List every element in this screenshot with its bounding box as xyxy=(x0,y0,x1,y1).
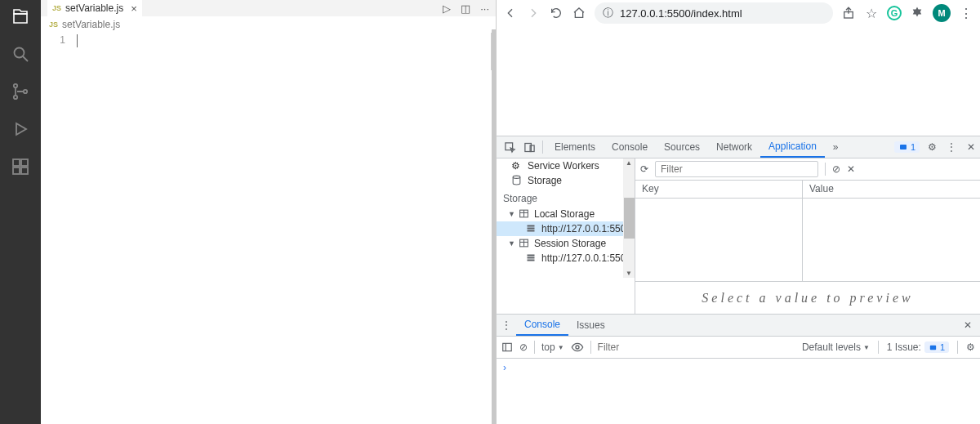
svg-rect-19 xyxy=(528,225,535,227)
reload-button[interactable] xyxy=(549,6,564,20)
close-drawer-icon[interactable]: ✕ xyxy=(960,318,975,333)
chevron-down-icon: ▼ xyxy=(508,210,514,218)
breadcrumb[interactable]: JS setVariable.js xyxy=(41,16,496,33)
clear-all-icon[interactable]: ⊘ xyxy=(832,163,840,175)
storage-table-body[interactable] xyxy=(635,199,980,281)
console-body[interactable]: › xyxy=(497,359,980,424)
console-settings-icon[interactable]: ⚙ xyxy=(966,341,975,353)
extensions-menu-icon[interactable] xyxy=(910,6,924,20)
drawer-menu-icon[interactable]: ⋮ xyxy=(497,315,516,336)
editor-tab[interactable]: JS setVariable.js × xyxy=(47,0,142,16)
scroll-up-icon[interactable]: ▲ xyxy=(626,158,632,167)
gear-icon[interactable]: ⚙ xyxy=(924,140,939,154)
tab-console[interactable]: Console xyxy=(604,136,656,158)
share-icon[interactable] xyxy=(841,6,856,20)
sidebar-item-storage[interactable]: Storage xyxy=(497,173,635,188)
svg-rect-28 xyxy=(503,343,512,350)
tab-sources[interactable]: Sources xyxy=(656,136,708,158)
run-debug-icon[interactable] xyxy=(9,118,32,141)
explorer-icon[interactable] xyxy=(9,5,32,28)
sidebar-label: http://127.0.0.1:5500 xyxy=(541,223,631,234)
editor-scrollbar[interactable] xyxy=(492,29,496,424)
sidebar-label: http://127.0.0.1:5500 xyxy=(541,252,631,264)
clear-console-icon[interactable]: ⊘ xyxy=(519,341,528,353)
forward-button[interactable] xyxy=(526,6,541,20)
split-editor-icon[interactable]: ◫ xyxy=(461,2,470,15)
kebab-icon[interactable]: ⋮ xyxy=(944,140,959,154)
svg-rect-27 xyxy=(528,260,535,261)
sidebar-item-local-storage-origin[interactable]: http://127.0.0.1:5500 xyxy=(497,221,635,236)
device-toolbar-icon[interactable] xyxy=(519,136,539,158)
value-preview-hint: Select a value to preview xyxy=(635,281,980,314)
close-icon[interactable]: × xyxy=(131,2,137,15)
console-filter-input[interactable] xyxy=(598,340,777,355)
sidebar-item-session-storage-origin[interactable]: http://127.0.0.1:5500 xyxy=(497,251,635,266)
svg-rect-26 xyxy=(528,257,535,259)
scroll-thumb[interactable] xyxy=(624,198,635,239)
svg-point-30 xyxy=(576,346,579,349)
bookmark-icon[interactable]: ☆ xyxy=(864,6,879,20)
sidebar-toggle-icon[interactable] xyxy=(501,341,513,353)
drawer-tab-console[interactable]: Console xyxy=(516,315,568,336)
column-value[interactable]: Value xyxy=(803,181,980,198)
sidebar-scrollbar[interactable]: ▲ ▼ xyxy=(623,158,635,278)
tab-network[interactable]: Network xyxy=(708,136,760,158)
context-selector[interactable]: top▼ xyxy=(541,341,564,353)
sidebar-label: Storage xyxy=(528,175,562,186)
delete-selected-icon[interactable]: ✕ xyxy=(847,163,855,175)
vscode-window: JS setVariable.js × ▷ ◫ ··· JS setVariab… xyxy=(0,0,496,424)
issues-count: 1 xyxy=(911,142,915,152)
editor-tabs: JS setVariable.js × ▷ ◫ ··· xyxy=(41,0,496,16)
home-button[interactable] xyxy=(572,6,586,20)
svg-rect-6 xyxy=(13,159,20,166)
svg-rect-25 xyxy=(528,255,535,257)
inspect-element-icon[interactable] xyxy=(500,136,519,158)
run-icon[interactable]: ▷ xyxy=(443,2,451,15)
drawer-tab-issues[interactable]: Issues xyxy=(568,315,613,336)
svg-rect-14 xyxy=(900,145,906,150)
back-button[interactable] xyxy=(503,6,518,20)
log-levels-selector[interactable]: Default levels▼ xyxy=(802,341,870,353)
extensions-icon[interactable] xyxy=(9,155,32,178)
tab-application[interactable]: Application xyxy=(760,136,825,158)
scroll-down-icon[interactable]: ▼ xyxy=(626,269,632,278)
refresh-icon[interactable]: ⟳ xyxy=(640,163,648,175)
filter-input[interactable] xyxy=(655,161,818,177)
storage-toolbar: ⟳ ⊘ ✕ xyxy=(635,158,980,181)
column-key[interactable]: Key xyxy=(635,181,803,198)
svg-rect-31 xyxy=(930,345,936,350)
address-bar[interactable]: ⓘ 127.0.0.1:5500/index.html xyxy=(595,2,833,24)
extension-grammarly-icon[interactable]: G xyxy=(887,6,902,20)
sidebar-section-storage: Storage xyxy=(497,188,635,207)
svg-rect-7 xyxy=(21,159,28,166)
page-viewport[interactable] xyxy=(497,26,980,136)
svg-point-3 xyxy=(14,96,17,99)
devtools-panel: Elements Console Sources Network Applica… xyxy=(497,136,980,424)
source-control-icon[interactable] xyxy=(9,80,32,103)
sidebar-item-session-storage[interactable]: ▼ Session Storage xyxy=(497,236,635,251)
gear-icon: ⚙ xyxy=(511,160,523,172)
chrome-menu-icon[interactable]: ⋮ xyxy=(959,6,973,20)
sidebar-item-local-storage[interactable]: ▼ Local Storage xyxy=(497,207,635,221)
issues-badge[interactable]: 1 xyxy=(894,141,920,153)
more-icon[interactable]: ··· xyxy=(480,2,489,15)
code-text-area[interactable] xyxy=(77,33,496,424)
svg-marker-5 xyxy=(16,123,26,135)
console-prompt-icon: › xyxy=(503,362,506,373)
line-gutter: 1 xyxy=(41,33,77,424)
table-icon xyxy=(519,238,530,249)
tab-elements[interactable]: Elements xyxy=(546,136,604,158)
close-devtools-icon[interactable]: ✕ xyxy=(964,140,978,154)
search-icon[interactable] xyxy=(9,42,32,65)
tab-more[interactable]: » xyxy=(825,136,847,158)
sidebar-item-service-workers[interactable]: ⚙ Service Workers xyxy=(497,158,635,173)
code-editor[interactable]: 1 xyxy=(41,33,496,424)
svg-rect-8 xyxy=(13,167,20,174)
origin-icon xyxy=(526,223,537,234)
svg-rect-21 xyxy=(528,230,535,232)
profile-avatar[interactable]: M xyxy=(933,4,951,22)
chevron-down-icon: ▼ xyxy=(508,239,514,248)
live-expression-icon[interactable] xyxy=(571,341,584,354)
site-info-icon[interactable]: ⓘ xyxy=(603,6,613,20)
issues-link[interactable]: 1 Issue: 1 xyxy=(887,341,949,353)
